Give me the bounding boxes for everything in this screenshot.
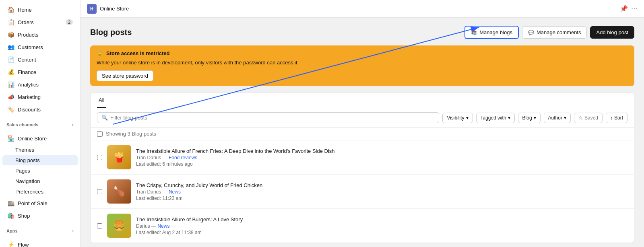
blog-posts-card: All 🔍 Visibility ▾ Tagged with ▾ B bbox=[90, 93, 634, 243]
manage-blogs-button[interactable]: 📚 Manage blogs bbox=[464, 26, 519, 39]
warning-title: 🔒 Store access is restricted bbox=[97, 50, 628, 56]
sidebar: 🏠 Home 📋 Orders 2 📦 Products 👥 Customers… bbox=[0, 0, 80, 247]
post-2-blog-link[interactable]: News bbox=[169, 189, 181, 195]
chevron-down-icon: ▾ bbox=[466, 115, 469, 121]
sales-channels-nav: 🏪 Online Store Themes Blog posts Pages N… bbox=[0, 129, 80, 225]
sidebar-item-home[interactable]: 🏠 Home bbox=[2, 4, 78, 16]
topbar-logo: H bbox=[87, 4, 97, 14]
table-row[interactable]: 🍟 The Irresistible Allure of French Frie… bbox=[91, 140, 634, 175]
sidebar-subitem-pages[interactable]: Pages bbox=[2, 166, 78, 176]
shop-icon: 🛍️ bbox=[7, 212, 14, 219]
sort-icon: ↕ bbox=[610, 115, 613, 121]
post-1-checkbox[interactable] bbox=[97, 155, 102, 160]
orders-badge: 2 bbox=[66, 19, 73, 25]
warning-banner: 🔒 Store access is restricted While your … bbox=[90, 45, 634, 86]
search-input[interactable] bbox=[110, 115, 435, 121]
apps-nav: ⚡ Flow 🔍 Avada SEO Suite 📝 SEOon Blog ⭐ … bbox=[0, 235, 80, 247]
tab-all[interactable]: All bbox=[97, 93, 106, 108]
sidebar-item-orders[interactable]: 📋 Orders 2 bbox=[2, 16, 78, 28]
finance-icon: 💰 bbox=[7, 68, 14, 76]
post-1-blog-link[interactable]: Food reviews bbox=[169, 155, 197, 161]
filters-row: 🔍 Visibility ▾ Tagged with ▾ Blog ▾ Auth… bbox=[91, 108, 634, 128]
manage-comments-button[interactable]: 💬 Manage comments bbox=[522, 26, 587, 39]
sales-channels-header: Sales channels › bbox=[0, 119, 80, 129]
apps-header: Apps › bbox=[0, 225, 80, 235]
page-title: Blog posts bbox=[90, 28, 132, 37]
blog-post-list: 🍟 The Irresistible Allure of French Frie… bbox=[91, 140, 634, 243]
products-icon: 📦 bbox=[7, 31, 14, 38]
table-row[interactable]: 🍔 The Irresistible Allure of Burgers: A … bbox=[91, 209, 634, 243]
saved-button[interactable]: ☆ Saved bbox=[574, 113, 603, 123]
sidebar-item-point-of-sale[interactable]: 🏬 Point of Sale bbox=[2, 197, 78, 209]
more-options-icon[interactable]: ⋯ bbox=[631, 5, 638, 12]
search-icon: 🔍 bbox=[101, 115, 108, 121]
sidebar-subitem-blog-posts[interactable]: Blog posts bbox=[2, 155, 78, 165]
sidebar-item-discounts[interactable]: 🏷️ Discounts bbox=[2, 103, 78, 115]
orders-icon: 📋 bbox=[7, 19, 14, 26]
apps-expand-icon[interactable]: › bbox=[72, 228, 74, 233]
expand-icon[interactable]: › bbox=[72, 122, 74, 127]
chevron-down-icon: ▾ bbox=[534, 115, 536, 121]
discounts-icon: 🏷️ bbox=[7, 106, 14, 113]
content-icon: 📄 bbox=[7, 56, 14, 63]
add-blog-post-button[interactable]: Add blog post bbox=[590, 26, 634, 39]
tagged-with-filter[interactable]: Tagged with ▾ bbox=[476, 113, 515, 123]
topbar-store-name: Online Store bbox=[100, 6, 129, 12]
page-header: Blog posts 📚 Manage blogs 💬 Manage comme… bbox=[90, 26, 634, 39]
header-actions: 📚 Manage blogs 💬 Manage comments Add blo… bbox=[464, 26, 634, 39]
sidebar-item-online-store[interactable]: 🏪 Online Store bbox=[2, 132, 78, 144]
post-2-title: The Crispy, Crunchy, and Juicy World of … bbox=[136, 182, 627, 188]
sort-button[interactable]: ↕ Sort bbox=[606, 113, 627, 123]
flow-icon: ⚡ bbox=[7, 241, 14, 247]
sidebar-item-shop[interactable]: 🛍️ Shop bbox=[2, 210, 78, 222]
sidebar-subitem-navigation[interactable]: Navigation bbox=[2, 176, 78, 186]
sidebar-item-analytics[interactable]: 📊 Analytics bbox=[2, 78, 78, 91]
lock-icon: 🔒 bbox=[97, 50, 103, 56]
topbar: H Online Store 📌 ⋯ bbox=[80, 0, 644, 18]
customers-icon: 👥 bbox=[7, 43, 14, 51]
post-3-title: The Irresistible Allure of Burgers: A Lo… bbox=[136, 216, 627, 222]
pin-icon[interactable]: 📌 bbox=[620, 5, 628, 12]
post-2-meta: Tran Darius — News bbox=[136, 189, 627, 195]
post-1-title: The Irresistible Allure of French Fries:… bbox=[136, 148, 627, 154]
sidebar-item-flow[interactable]: ⚡ Flow bbox=[2, 239, 78, 247]
post-2-info: The Crispy, Crunchy, and Juicy World of … bbox=[136, 182, 627, 201]
visibility-filter[interactable]: Visibility ▾ bbox=[442, 113, 473, 123]
sidebar-subitem-themes[interactable]: Themes bbox=[2, 145, 78, 155]
home-icon: 🏠 bbox=[7, 6, 14, 13]
sidebar-item-marketing[interactable]: 📣 Marketing bbox=[2, 91, 78, 103]
chevron-down-icon: ▾ bbox=[508, 115, 510, 121]
post-2-checkbox[interactable] bbox=[97, 189, 102, 194]
sidebar-subitem-preferences[interactable]: Preferences bbox=[2, 187, 78, 197]
book-icon: 📚 bbox=[471, 30, 477, 35]
comment-icon: 💬 bbox=[528, 30, 534, 35]
post-1-meta: Tran Darius — Food reviews bbox=[136, 155, 627, 161]
post-3-date: Last edited: Aug 2 at 11:38 am bbox=[136, 230, 627, 235]
content-area: Blog posts 📚 Manage blogs 💬 Manage comme… bbox=[80, 18, 644, 247]
star-icon: ☆ bbox=[578, 115, 583, 121]
post-1-info: The Irresistible Allure of French Fries:… bbox=[136, 148, 627, 167]
table-row[interactable]: 🍗 The Crispy, Crunchy, and Juicy World o… bbox=[91, 175, 634, 209]
chevron-down-icon: ▾ bbox=[564, 115, 566, 121]
sidebar-item-finance[interactable]: 💰 Finance bbox=[2, 66, 78, 78]
warning-body: While your online store is in developmen… bbox=[97, 60, 628, 66]
post-2-date: Last edited: 11:23 am bbox=[136, 196, 627, 201]
author-filter[interactable]: Author ▾ bbox=[544, 113, 571, 123]
post-1-date: Last edited: 6 minutes ago bbox=[136, 161, 627, 167]
see-store-password-button[interactable]: See store password bbox=[97, 70, 153, 81]
tabs-bar: All bbox=[91, 93, 634, 108]
pos-icon: 🏬 bbox=[7, 200, 14, 207]
analytics-icon: 📊 bbox=[7, 81, 14, 88]
online-store-icon: 🏪 bbox=[7, 135, 14, 142]
sidebar-item-products[interactable]: 📦 Products bbox=[2, 29, 78, 41]
post-3-blog-link[interactable]: News bbox=[157, 223, 169, 229]
sidebar-item-customers[interactable]: 👥 Customers bbox=[2, 41, 78, 53]
post-1-thumbnail: 🍟 bbox=[107, 145, 131, 169]
main-wrapper: H Online Store 📌 ⋯ Blog posts 📚 Manage b… bbox=[80, 0, 644, 247]
blog-filter[interactable]: Blog ▾ bbox=[518, 113, 541, 123]
post-3-checkbox[interactable] bbox=[97, 223, 102, 228]
sidebar-item-content[interactable]: 📄 Content bbox=[2, 54, 78, 66]
post-3-thumbnail: 🍔 bbox=[107, 214, 131, 238]
search-wrap: 🔍 bbox=[97, 112, 439, 123]
select-all-checkbox[interactable] bbox=[97, 131, 103, 137]
